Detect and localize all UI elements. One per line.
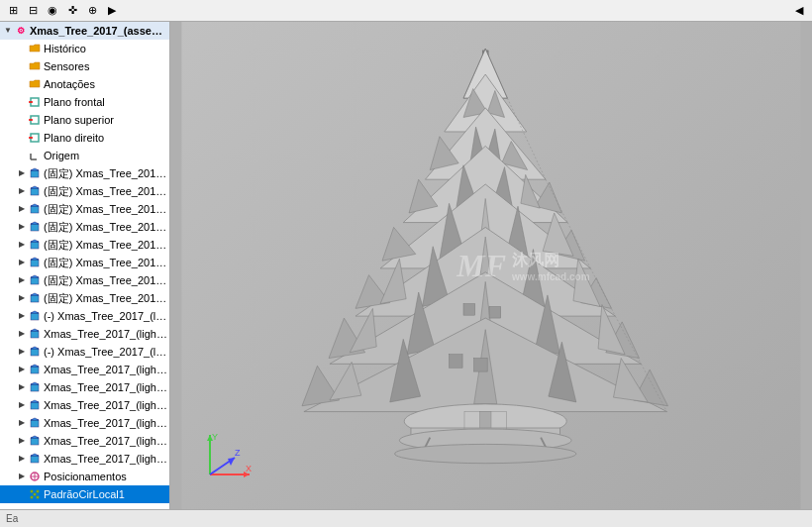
- expander-light4[interactable]: ▶: [16, 346, 28, 358]
- part-icon: [28, 363, 42, 376]
- tree-item-light3[interactable]: ▶Xmas_Tree_2017_(light3)<1> (Val: [0, 325, 169, 343]
- tree-item-plano-direito[interactable]: Plano direito: [0, 129, 169, 147]
- tree-item-light5[interactable]: ▶Xmas_Tree_2017_(light5)<1> (Val: [0, 361, 169, 378]
- toolbar-icon-1[interactable]: ⊞: [4, 2, 22, 20]
- svg-marker-34: [31, 418, 39, 420]
- expander-light10[interactable]: ▶: [16, 453, 28, 465]
- expander-plano-direito[interactable]: [16, 132, 28, 144]
- expander-light5[interactable]: ▶: [16, 364, 28, 375]
- label-padrao: PadrãoCirLocal1: [44, 486, 167, 502]
- label-historico: Histórico: [44, 41, 167, 56]
- label-light10: Xmas_Tree_2017_(light10)<1> (Va: [44, 451, 167, 467]
- expander-light3[interactable]: ▶: [16, 328, 28, 340]
- part-icon: [28, 345, 42, 359]
- expander-historico[interactable]: [16, 43, 28, 54]
- root-expander[interactable]: ▼: [2, 25, 14, 37]
- tree-item-light10[interactable]: ▶Xmas_Tree_2017_(light10)<1> (Va: [0, 450, 169, 468]
- expander-anotacoes[interactable]: [16, 78, 28, 90]
- expander-light6[interactable]: ▶: [16, 381, 28, 393]
- svg-point-44: [34, 493, 37, 496]
- tree-item-sensores[interactable]: Sensores: [0, 57, 169, 75]
- expander-tree7[interactable]: ▶: [16, 167, 28, 179]
- svg-rect-23: [31, 331, 39, 338]
- label-posicionamentos: Posicionamentos: [44, 469, 167, 484]
- label-light1: (固定) Xmas_Tree_2017_(light1)<1:: [44, 290, 167, 306]
- tree-item-tree7[interactable]: ▶(固定) Xmas_Tree_2017_(tree)<7>: [0, 164, 169, 182]
- part-icon: [28, 452, 42, 466]
- label-light8: Xmas_Tree_2017_(light8)<1> (Val: [44, 415, 167, 431]
- svg-rect-88: [463, 304, 475, 316]
- expander-light7[interactable]: ▶: [16, 399, 28, 411]
- expander-padrao[interactable]: [16, 488, 28, 500]
- label-light4: (-) Xmas_Tree_2017_(light4)<1> (V: [44, 344, 167, 360]
- expander-support2[interactable]: ▶: [16, 203, 28, 215]
- svg-marker-12: [31, 222, 39, 224]
- svg-rect-21: [31, 313, 39, 320]
- toolbar-icon-5[interactable]: ⊕: [83, 2, 101, 20]
- label-support3: (固定) Xmas_Tree_2017_(support)<: [44, 219, 167, 235]
- svg-marker-38: [31, 454, 39, 456]
- label-support1: (固定) Xmas_Tree_2017_(support)<: [44, 183, 167, 199]
- expander-plano-frontal[interactable]: [16, 96, 28, 108]
- tree-item-support1[interactable]: ▶(固定) Xmas_Tree_2017_(support)<: [0, 182, 169, 200]
- 3d-viewport[interactable]: MF 沐风网 www.mfcad.com X Y Z: [170, 22, 812, 509]
- expander-posicionamentos[interactable]: ▶: [16, 471, 28, 482]
- tree-item-support2[interactable]: ▶(固定) Xmas_Tree_2017_(support)<: [0, 200, 169, 218]
- expander-support6[interactable]: ▶: [16, 274, 28, 286]
- svg-rect-7: [31, 188, 39, 195]
- svg-rect-27: [31, 367, 39, 373]
- expander-support1[interactable]: ▶: [16, 185, 28, 197]
- expander-support4[interactable]: ▶: [16, 239, 28, 251]
- expander-light9[interactable]: ▶: [16, 435, 28, 447]
- tree-item-light6[interactable]: ▶Xmas_Tree_2017_(light6)<1> (Val: [0, 378, 169, 396]
- tree-item-light7[interactable]: ▶Xmas_Tree_2017_(light7)<1> (Val: [0, 396, 169, 414]
- expander-light2[interactable]: ▶: [16, 310, 28, 322]
- tree-item-light2[interactable]: ▶(-) Xmas_Tree_2017_(light2)<1> (V: [0, 307, 169, 325]
- svg-rect-89: [489, 306, 501, 318]
- tree-item-light1[interactable]: ▶(固定) Xmas_Tree_2017_(light1)<1:: [0, 289, 169, 307]
- label-light2: (-) Xmas_Tree_2017_(light2)<1> (V: [44, 308, 167, 324]
- expander-light8[interactable]: ▶: [16, 417, 28, 429]
- expander-light1[interactable]: ▶: [16, 292, 28, 304]
- label-support2: (固定) Xmas_Tree_2017_(support)<: [44, 201, 167, 217]
- tree-item-light9[interactable]: ▶Xmas_Tree_2017_(light9)<1> (Val: [0, 432, 169, 450]
- tree-root[interactable]: ▼ ⚙ Xmas_Tree_2017_(assembly) (Valor p: [0, 22, 169, 40]
- part-icon: [28, 416, 42, 430]
- expander-support5[interactable]: ▶: [16, 257, 28, 268]
- svg-marker-22: [31, 311, 39, 313]
- tree-item-light4[interactable]: ▶(-) Xmas_Tree_2017_(light4)<1> (V: [0, 343, 169, 361]
- svg-marker-24: [31, 329, 39, 331]
- svg-rect-11: [31, 224, 39, 231]
- tree-item-light8[interactable]: ▶Xmas_Tree_2017_(light8)<1> (Val: [0, 414, 169, 432]
- tree-item-support6[interactable]: ▶(固定) Xmas_Tree_2017_(support)<: [0, 271, 169, 289]
- svg-point-43: [37, 490, 40, 493]
- tree-item-support3[interactable]: ▶(固定) Xmas_Tree_2017_(support)<: [0, 218, 169, 236]
- svg-rect-31: [31, 402, 39, 409]
- tree-item-padrao[interactable]: PadrãoCirLocal1: [0, 485, 169, 503]
- toolbar-icon-3[interactable]: ◉: [44, 2, 61, 20]
- tree-item-anotacoes[interactable]: Anotações: [0, 75, 169, 93]
- svg-point-107: [395, 444, 576, 463]
- toolbar-icon-4[interactable]: ✜: [63, 2, 81, 20]
- tree-item-posicionamentos[interactable]: ▶Posicionamentos: [0, 468, 169, 485]
- tree-item-support5[interactable]: ▶(固定) Xmas_Tree_2017_(support)<: [0, 254, 169, 271]
- svg-marker-14: [31, 240, 39, 242]
- toolbar-icon-6[interactable]: ▶: [103, 2, 121, 20]
- expander-sensores[interactable]: [16, 60, 28, 72]
- tree-item-support4[interactable]: ▶(固定) Xmas_Tree_2017_(support)<: [0, 236, 169, 254]
- expander-support3[interactable]: ▶: [16, 221, 28, 233]
- toolbar-arrow[interactable]: ◀: [790, 2, 808, 20]
- svg-text:Z: Z: [235, 448, 241, 458]
- tree-item-historico[interactable]: Histórico: [0, 40, 169, 57]
- toolbar-icon-2[interactable]: ⊟: [24, 2, 42, 20]
- feature-tree-panel[interactable]: ▼ ⚙ Xmas_Tree_2017_(assembly) (Valor p H…: [0, 22, 170, 509]
- svg-marker-20: [31, 293, 39, 295]
- svg-rect-37: [31, 456, 39, 463]
- tree-item-plano-frontal[interactable]: Plano frontal: [0, 93, 169, 111]
- tree-item-origem[interactable]: Origem: [0, 147, 169, 164]
- expander-plano-superior[interactable]: [16, 114, 28, 126]
- svg-rect-35: [31, 438, 39, 445]
- expander-origem[interactable]: [16, 150, 28, 161]
- svg-text:Y: Y: [212, 432, 218, 442]
- tree-item-plano-superior[interactable]: Plano superior: [0, 111, 169, 129]
